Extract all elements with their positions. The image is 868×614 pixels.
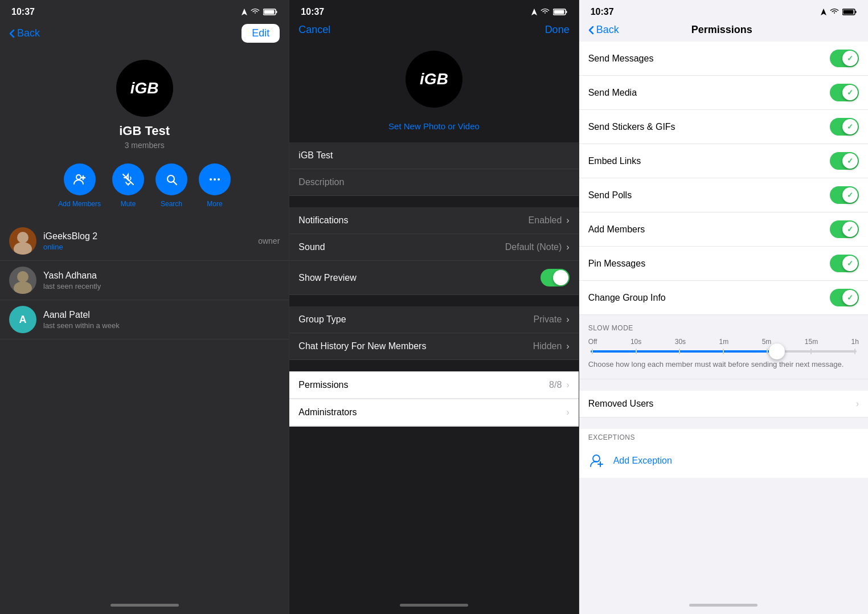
removed-users-row[interactable]: Removed Users › <box>579 391 868 417</box>
perm-toggle-1[interactable] <box>830 84 859 101</box>
group-type-label: Group Type <box>298 314 533 325</box>
show-preview-toggle[interactable] <box>541 269 570 286</box>
location-icon-1 <box>241 9 247 15</box>
description-input[interactable] <box>298 177 569 187</box>
perm-toggle-5[interactable] <box>830 220 859 238</box>
perm-label-6: Pin Messages <box>588 259 830 269</box>
perm-row-0: Send Messages <box>579 42 868 76</box>
group-name: iGB Test <box>119 124 170 138</box>
wifi-icon-3 <box>830 9 839 15</box>
notifications-label: Notifications <box>298 215 528 226</box>
notifications-chevron: › <box>566 215 569 226</box>
perm-label-3: Embed Links <box>588 156 830 166</box>
more-label: More <box>207 200 222 208</box>
wifi-icon-1 <box>251 9 260 15</box>
member-list: iGeeksBlog 2 online owner Yash Adhana la… <box>0 222 289 596</box>
location-icon-2 <box>531 9 537 15</box>
search-circle <box>155 163 187 195</box>
notification-settings-section: Notifications Enabled › Sound Default (N… <box>289 207 578 295</box>
group-members-count: 3 members <box>125 141 165 150</box>
sound-row[interactable]: Sound Default (Note) › <box>289 234 578 261</box>
member-item-1[interactable]: Yash Adhana last seen recently <box>0 261 289 300</box>
add-exception-row[interactable]: Add Exception <box>579 444 868 478</box>
description-row <box>289 169 578 196</box>
perm-toggle-2[interactable] <box>830 118 859 136</box>
member-item-2[interactable]: A Aanal Patel last seen within a week <box>0 300 289 339</box>
member-status-2: last seen within a week <box>43 321 280 330</box>
sound-label: Sound <box>298 242 505 252</box>
status-bar-2: 10:37 <box>289 0 578 21</box>
home-indicator-1 <box>0 596 289 614</box>
perm-row-4: Send Polls <box>579 178 868 212</box>
perm-toggle-4[interactable] <box>830 186 859 204</box>
more-circle <box>199 163 231 195</box>
chat-history-label: Chat History For New Members <box>298 341 533 351</box>
chat-history-row[interactable]: Chat History For New Members Hidden › <box>289 333 578 360</box>
photo-section: iGB Set New Photo or Video <box>289 42 578 142</box>
chat-history-chevron: › <box>566 341 569 351</box>
nav-bar-1: Back Edit <box>0 21 289 48</box>
removed-users-label: Removed Users <box>588 399 856 409</box>
member-avatar-2: A <box>9 306 36 333</box>
more-icon <box>208 173 222 186</box>
perm-row-7: Change Group Info <box>579 281 868 314</box>
time-2: 10:37 <box>301 7 324 17</box>
set-photo-button[interactable]: Set New Photo or Video <box>388 121 480 131</box>
slow-mode-slider[interactable] <box>591 350 857 353</box>
perm-toggle-3[interactable] <box>830 152 859 170</box>
tick-5 <box>810 349 812 354</box>
show-preview-row[interactable]: Show Preview <box>289 261 578 295</box>
done-button[interactable]: Done <box>545 24 570 36</box>
more-button[interactable]: More <box>199 163 231 208</box>
battery-icon-2 <box>553 9 567 15</box>
slow-label-15m: 15m <box>805 338 818 346</box>
notifications-value: Enabled <box>529 215 562 226</box>
time-1: 10:37 <box>11 7 35 17</box>
back-button-3[interactable]: Back <box>588 24 619 36</box>
mute-label: Mute <box>121 200 136 208</box>
perm-toggle-6[interactable] <box>830 255 859 272</box>
add-exception-label[interactable]: Add Exception <box>613 456 672 466</box>
permissions-title: Permissions <box>691 24 752 36</box>
permissions-chevron-2: › <box>566 380 569 390</box>
group-type-chevron: › <box>566 314 569 325</box>
group-name-input[interactable] <box>298 150 569 161</box>
permissions-row-2[interactable]: Permissions 8/8 › <box>289 372 578 399</box>
svg-marker-20 <box>821 9 826 15</box>
perm-label-4: Send Polls <box>588 190 830 200</box>
back-button-1[interactable]: Back <box>9 27 40 39</box>
cancel-button[interactable]: Cancel <box>298 24 330 36</box>
member-info-1: Yash Adhana last seen recently <box>43 271 280 290</box>
group-avatar: iGB <box>116 60 173 117</box>
add-members-button[interactable]: Add Members <box>58 163 101 208</box>
show-preview-label: Show Preview <box>298 273 540 283</box>
member-role-0: owner <box>258 236 280 245</box>
perm-toggle-0[interactable] <box>830 50 859 67</box>
status-icons-2 <box>531 9 567 15</box>
edit-group-avatar[interactable]: iGB <box>406 51 462 108</box>
administrators-label: Administrators <box>298 407 566 417</box>
home-bar-1 <box>110 604 179 607</box>
wifi-icon-2 <box>541 9 550 15</box>
avatar-text: iGB <box>130 79 159 97</box>
administrators-row[interactable]: Administrators › <box>289 399 578 426</box>
group-type-row[interactable]: Group Type Private › <box>289 306 578 333</box>
perm-row-5: Add Members <box>579 212 868 247</box>
svg-rect-19 <box>554 10 564 14</box>
edit-button[interactable]: Edit <box>241 24 280 43</box>
perm-row-3: Embed Links <box>579 144 868 178</box>
status-bar-3: 10:37 <box>579 0 868 21</box>
member-avatar-img-1 <box>9 267 36 294</box>
person-add-icon <box>589 453 605 469</box>
member-info-0: iGeeksBlog 2 online <box>43 231 258 251</box>
svg-marker-16 <box>531 9 537 15</box>
member-avatar-0 <box>9 227 36 255</box>
search-button[interactable]: Search <box>155 163 187 208</box>
mute-button[interactable]: Mute <box>112 163 144 208</box>
svg-point-13 <box>14 242 32 255</box>
svg-point-14 <box>17 271 28 283</box>
notifications-row[interactable]: Notifications Enabled › <box>289 207 578 234</box>
member-item-0[interactable]: iGeeksBlog 2 online owner <box>0 222 289 261</box>
svg-point-10 <box>214 178 216 181</box>
perm-toggle-7[interactable] <box>830 289 859 306</box>
